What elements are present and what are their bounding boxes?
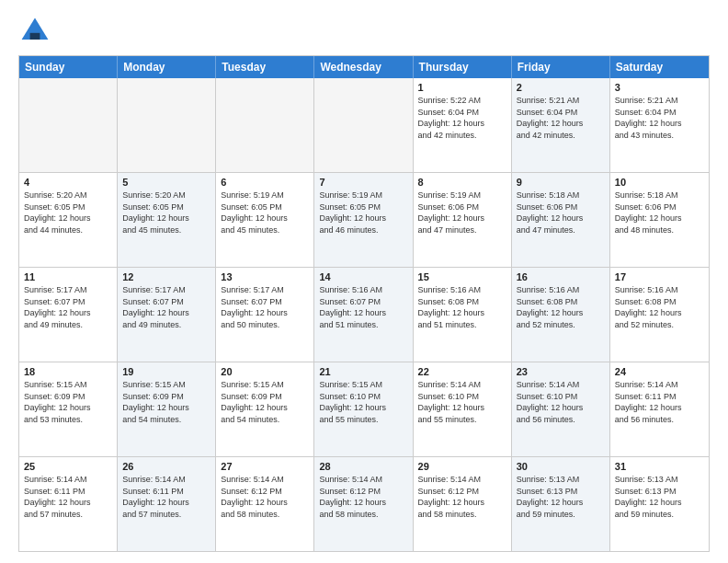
cell-info: Sunrise: 5:14 AM Sunset: 6:11 PM Dayligh…	[615, 379, 704, 425]
svg-rect-1	[30, 33, 40, 40]
calendar-cell	[19, 78, 118, 172]
calendar-week-3: 11Sunrise: 5:17 AM Sunset: 6:07 PM Dayli…	[19, 267, 709, 362]
day-number: 23	[517, 366, 605, 377]
calendar-cell: 3Sunrise: 5:21 AM Sunset: 6:04 PM Daylig…	[610, 78, 709, 172]
logo	[18, 15, 55, 48]
day-number: 5	[122, 177, 210, 188]
calendar-cell: 27Sunrise: 5:14 AM Sunset: 6:12 PM Dayli…	[216, 457, 314, 551]
cell-info: Sunrise: 5:13 AM Sunset: 6:13 PM Dayligh…	[517, 474, 605, 520]
day-number: 31	[615, 461, 704, 472]
day-number: 14	[319, 271, 407, 282]
cell-info: Sunrise: 5:21 AM Sunset: 6:04 PM Dayligh…	[615, 95, 704, 141]
cell-info: Sunrise: 5:18 AM Sunset: 6:06 PM Dayligh…	[615, 190, 704, 236]
calendar-cell: 25Sunrise: 5:14 AM Sunset: 6:11 PM Dayli…	[19, 457, 118, 551]
calendar-cell: 29Sunrise: 5:14 AM Sunset: 6:12 PM Dayli…	[414, 457, 512, 551]
page: SundayMondayTuesdayWednesdayThursdayFrid…	[0, 0, 728, 563]
day-number: 30	[517, 461, 605, 472]
calendar-cell: 22Sunrise: 5:14 AM Sunset: 6:10 PM Dayli…	[414, 362, 512, 456]
calendar-cell: 4Sunrise: 5:20 AM Sunset: 6:05 PM Daylig…	[19, 173, 118, 267]
header-day-sunday: Sunday	[19, 56, 118, 78]
calendar-cell: 5Sunrise: 5:20 AM Sunset: 6:05 PM Daylig…	[118, 173, 216, 267]
day-number: 4	[24, 177, 112, 188]
calendar-week-2: 4Sunrise: 5:20 AM Sunset: 6:05 PM Daylig…	[19, 172, 709, 267]
day-number: 28	[319, 461, 407, 472]
cell-info: Sunrise: 5:14 AM Sunset: 6:12 PM Dayligh…	[418, 474, 506, 520]
day-number: 15	[418, 271, 506, 282]
calendar-cell: 8Sunrise: 5:19 AM Sunset: 6:06 PM Daylig…	[414, 173, 512, 267]
calendar-cell: 9Sunrise: 5:18 AM Sunset: 6:06 PM Daylig…	[512, 173, 610, 267]
calendar-cell: 23Sunrise: 5:14 AM Sunset: 6:10 PM Dayli…	[512, 362, 610, 456]
header-day-friday: Friday	[512, 56, 610, 78]
day-number: 27	[221, 461, 309, 472]
calendar-cell: 17Sunrise: 5:16 AM Sunset: 6:08 PM Dayli…	[610, 268, 709, 362]
calendar-cell: 15Sunrise: 5:16 AM Sunset: 6:08 PM Dayli…	[414, 268, 512, 362]
cell-info: Sunrise: 5:15 AM Sunset: 6:10 PM Dayligh…	[319, 379, 407, 425]
day-number: 24	[615, 366, 704, 377]
header-day-saturday: Saturday	[610, 56, 709, 78]
day-number: 26	[122, 461, 210, 472]
calendar-week-5: 25Sunrise: 5:14 AM Sunset: 6:11 PM Dayli…	[19, 456, 709, 551]
day-number: 9	[517, 177, 605, 188]
day-number: 1	[418, 82, 506, 93]
calendar-cell: 26Sunrise: 5:14 AM Sunset: 6:11 PM Dayli…	[118, 457, 216, 551]
calendar-cell: 13Sunrise: 5:17 AM Sunset: 6:07 PM Dayli…	[216, 268, 314, 362]
cell-info: Sunrise: 5:19 AM Sunset: 6:05 PM Dayligh…	[319, 190, 407, 236]
cell-info: Sunrise: 5:16 AM Sunset: 6:08 PM Dayligh…	[615, 284, 704, 330]
calendar-cell: 20Sunrise: 5:15 AM Sunset: 6:09 PM Dayli…	[216, 362, 314, 456]
day-number: 21	[319, 366, 407, 377]
day-number: 25	[24, 461, 112, 472]
cell-info: Sunrise: 5:13 AM Sunset: 6:13 PM Dayligh…	[615, 474, 704, 520]
calendar-cell: 21Sunrise: 5:15 AM Sunset: 6:10 PM Dayli…	[314, 362, 413, 456]
day-number: 22	[418, 366, 506, 377]
day-number: 12	[122, 271, 210, 282]
calendar-cell: 14Sunrise: 5:16 AM Sunset: 6:07 PM Dayli…	[314, 268, 413, 362]
calendar-body: 1Sunrise: 5:22 AM Sunset: 6:04 PM Daylig…	[19, 78, 709, 551]
header	[18, 15, 710, 48]
cell-info: Sunrise: 5:15 AM Sunset: 6:09 PM Dayligh…	[221, 379, 309, 425]
day-number: 29	[418, 461, 506, 472]
day-number: 16	[517, 271, 605, 282]
header-day-tuesday: Tuesday	[216, 56, 314, 78]
calendar-cell: 28Sunrise: 5:14 AM Sunset: 6:12 PM Dayli…	[314, 457, 413, 551]
cell-info: Sunrise: 5:16 AM Sunset: 6:08 PM Dayligh…	[418, 284, 506, 330]
calendar-cell	[216, 78, 314, 172]
calendar-week-4: 18Sunrise: 5:15 AM Sunset: 6:09 PM Dayli…	[19, 362, 709, 456]
cell-info: Sunrise: 5:19 AM Sunset: 6:05 PM Dayligh…	[221, 190, 309, 236]
calendar-cell: 18Sunrise: 5:15 AM Sunset: 6:09 PM Dayli…	[19, 362, 118, 456]
cell-info: Sunrise: 5:16 AM Sunset: 6:07 PM Dayligh…	[319, 284, 407, 330]
header-day-wednesday: Wednesday	[314, 56, 413, 78]
calendar-cell	[118, 78, 216, 172]
day-number: 17	[615, 271, 704, 282]
cell-info: Sunrise: 5:15 AM Sunset: 6:09 PM Dayligh…	[122, 379, 210, 425]
cell-info: Sunrise: 5:14 AM Sunset: 6:10 PM Dayligh…	[517, 379, 605, 425]
calendar-cell: 19Sunrise: 5:15 AM Sunset: 6:09 PM Dayli…	[118, 362, 216, 456]
cell-info: Sunrise: 5:17 AM Sunset: 6:07 PM Dayligh…	[221, 284, 309, 330]
cell-info: Sunrise: 5:17 AM Sunset: 6:07 PM Dayligh…	[24, 284, 112, 330]
logo-icon	[18, 15, 51, 48]
calendar-cell: 24Sunrise: 5:14 AM Sunset: 6:11 PM Dayli…	[610, 362, 709, 456]
cell-info: Sunrise: 5:14 AM Sunset: 6:11 PM Dayligh…	[122, 474, 210, 520]
cell-info: Sunrise: 5:22 AM Sunset: 6:04 PM Dayligh…	[418, 95, 506, 141]
header-day-monday: Monday	[118, 56, 216, 78]
calendar-cell	[314, 78, 413, 172]
calendar-cell: 30Sunrise: 5:13 AM Sunset: 6:13 PM Dayli…	[512, 457, 610, 551]
day-number: 10	[615, 177, 704, 188]
day-number: 18	[24, 366, 112, 377]
day-number: 19	[122, 366, 210, 377]
cell-info: Sunrise: 5:20 AM Sunset: 6:05 PM Dayligh…	[24, 190, 112, 236]
day-number: 6	[221, 177, 309, 188]
calendar-cell: 12Sunrise: 5:17 AM Sunset: 6:07 PM Dayli…	[118, 268, 216, 362]
header-day-thursday: Thursday	[414, 56, 512, 78]
calendar-cell: 11Sunrise: 5:17 AM Sunset: 6:07 PM Dayli…	[19, 268, 118, 362]
day-number: 3	[615, 82, 704, 93]
cell-info: Sunrise: 5:14 AM Sunset: 6:12 PM Dayligh…	[221, 474, 309, 520]
cell-info: Sunrise: 5:14 AM Sunset: 6:12 PM Dayligh…	[319, 474, 407, 520]
day-number: 13	[221, 271, 309, 282]
calendar-cell: 7Sunrise: 5:19 AM Sunset: 6:05 PM Daylig…	[314, 173, 413, 267]
day-number: 8	[418, 177, 506, 188]
calendar-cell: 31Sunrise: 5:13 AM Sunset: 6:13 PM Dayli…	[610, 457, 709, 551]
cell-info: Sunrise: 5:16 AM Sunset: 6:08 PM Dayligh…	[517, 284, 605, 330]
calendar-cell: 1Sunrise: 5:22 AM Sunset: 6:04 PM Daylig…	[414, 78, 512, 172]
cell-info: Sunrise: 5:15 AM Sunset: 6:09 PM Dayligh…	[24, 379, 112, 425]
calendar: SundayMondayTuesdayWednesdayThursdayFrid…	[18, 55, 710, 552]
